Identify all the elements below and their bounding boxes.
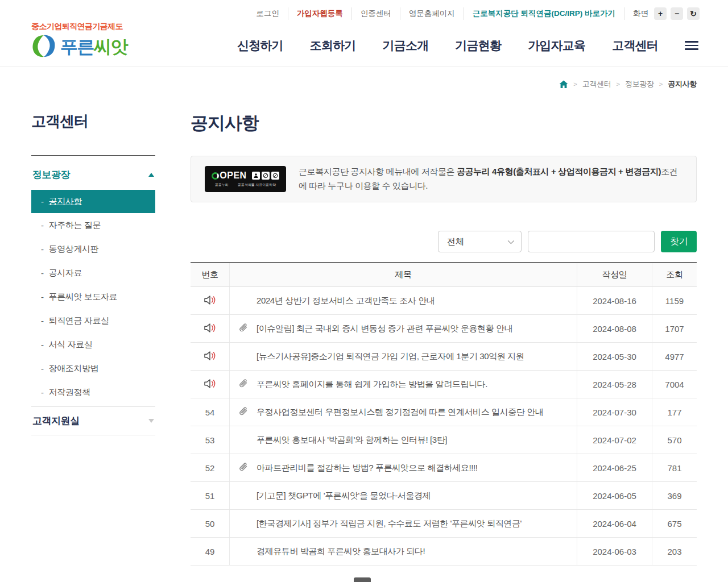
sidebar-item[interactable]: - 장애조치방법 xyxy=(31,356,155,380)
notice-date: 2024-05-28 xyxy=(577,371,652,398)
kogl-no-derivative-icon xyxy=(271,172,279,180)
kogl-open-license-logo: OPEN 공공누리 공공저작물 자유이용허락 xyxy=(205,166,286,192)
sidebar-item[interactable]: - 공지사항 xyxy=(31,190,155,213)
chevron-up-icon xyxy=(148,173,154,177)
breadcrumb-item[interactable]: 정보광장 xyxy=(625,79,654,89)
main-nav: 신청하기 조회하기 기금소개 기금현황 가입자교육 고객센터 xyxy=(237,38,698,53)
notice-title[interactable]: 푸른씨앗 홍보대사 '박곰희'와 함께하는 인터뷰! [3탄] xyxy=(257,435,447,446)
notice-date: 2024-06-04 xyxy=(577,510,652,537)
sidebar-title: 고객센터 xyxy=(31,111,155,131)
zoom-in-button[interactable]: + xyxy=(654,7,667,20)
home-icon[interactable] xyxy=(559,80,568,89)
sidebar-section-label: 고객지원실 xyxy=(32,414,80,427)
logo-name: 푸른씨앗 xyxy=(60,35,127,59)
utility-link[interactable]: 인증센터 xyxy=(351,7,400,20)
search-input[interactable] xyxy=(528,231,655,252)
notice-title[interactable]: 아파트관리비를 절감하는 방법? 푸른씨앗으로 해결하세요!!!! xyxy=(257,463,477,473)
hamburger-menu-icon[interactable] xyxy=(685,41,698,50)
table-row[interactable]: 52 아파트관리비를 절감하는 방법? 푸른씨앗으로 해결하세요!!!! xyxy=(191,454,697,482)
notice-date: 2024-07-02 xyxy=(577,426,652,454)
site-logo[interactable]: 중소기업퇴직연금기금제도 푸른씨앗 xyxy=(31,22,127,60)
table-header: 번호 제목 작성일 조회 xyxy=(191,263,697,287)
table-row[interactable]: 53 푸른씨앗 홍보대사 '박곰희'와 함께하는 인터뷰! [3탄] 2024-… xyxy=(191,426,697,454)
utility-link[interactable]: 영문홈페이지 xyxy=(400,7,464,20)
notice-title[interactable]: 우정사업정보센터 우편정보시스템 정기점검에 따른 연계서비스 일시중단 안내 xyxy=(257,407,543,418)
search-button[interactable]: 찾기 xyxy=(661,231,697,252)
utility-link[interactable]: 가입자웹등록 xyxy=(288,7,351,20)
screen-zoom-controls: 화면 + − ↻ xyxy=(624,7,700,20)
utility-link[interactable]: 근로복지공단 퇴직연금(DC/IRP) 바로가기 xyxy=(464,7,624,20)
table-row[interactable]: 50 [한국경제기사] 정부가 적립금 지원, 수수료도 저렴한 '푸른씨앗 퇴… xyxy=(191,510,697,538)
table-row[interactable]: 54 우정사업정보센터 우편정보시스템 정기점검에 따른 연계서비스 일시중단 … xyxy=(191,398,697,426)
sidebar-item[interactable]: - 서식 자료실 xyxy=(31,332,155,356)
column-header-title: 제목 xyxy=(229,263,577,286)
screen-zoom-label: 화면 xyxy=(633,9,648,19)
notice-views: 1707 xyxy=(652,315,697,342)
sidebar-menu: - 공지사항 - 자주하는 질문 - 동영상게시판 - 공시자료 - 푸른씨앗 … xyxy=(31,190,155,404)
nav-item[interactable]: 기금현황 xyxy=(455,38,501,53)
nav-item[interactable]: 고객센터 xyxy=(612,38,658,53)
table-row[interactable]: [이슈알림] 최근 국내외 증시 변동성 증가 관련 푸른씨앗 운용현황 안내 … xyxy=(191,315,697,343)
breadcrumb: > 고객센터 > 정보광장 > 공지사항 xyxy=(559,79,697,89)
table-row[interactable]: 2024년 상반기 정보서비스 고객만족도 조사 안내 2024-08-16 1… xyxy=(191,287,697,315)
nav-item[interactable]: 가입자교육 xyxy=(528,38,585,53)
breadcrumb-item[interactable]: 공지사항 xyxy=(668,79,697,89)
notice-speaker-icon xyxy=(204,351,217,363)
notice-title[interactable]: 경제유튜버 박곰희 푸른씨앗 홍보대사가 되다! xyxy=(257,546,425,557)
utility-bar: 로그인 가입자웹등록 인증센터 영문홈페이지 근로복지공단 퇴직연금(DC/IR… xyxy=(247,7,700,20)
table-row[interactable]: 푸른씨앗 홈페이지를 통해 쉽게 가입하는 방법을 알려드립니다. 2024-0… xyxy=(191,371,697,398)
sidebar-item[interactable]: - 자주하는 질문 xyxy=(31,213,155,237)
sidebar-item-label: 퇴직연금 자료실 xyxy=(49,315,109,326)
nav-item[interactable]: 신청하기 xyxy=(237,38,283,53)
search-category-value: 전체 xyxy=(447,236,464,247)
sidebar-item[interactable]: - 저작권정책 xyxy=(31,380,155,404)
table-row[interactable]: 51 [기고문] 챗GPT에 '푸른씨앗'을 물었다-서울경제 2024-06-… xyxy=(191,482,697,510)
notice-views: 203 xyxy=(652,538,697,565)
kogl-caption: 공공저작물 자유이용허락 xyxy=(238,182,276,188)
sidebar-section-info-plaza[interactable]: 정보광장 xyxy=(31,168,155,181)
sidebar-divider xyxy=(31,155,155,156)
zoom-out-button[interactable]: − xyxy=(671,7,683,20)
nav-item[interactable]: 조회하기 xyxy=(310,38,356,53)
zoom-reset-button[interactable]: ↻ xyxy=(687,7,700,20)
nav-item[interactable]: 기금소개 xyxy=(383,38,429,53)
sidebar-item[interactable]: - 퇴직연금 자료실 xyxy=(31,309,155,332)
table-row[interactable]: 49 경제유튜버 박곰희 푸른씨앗 홍보대사가 되다! 2024-06-03 2… xyxy=(191,538,697,566)
column-header-views: 조회 xyxy=(652,263,697,286)
row-number: 51 xyxy=(205,491,215,501)
breadcrumb-item[interactable]: 고객센터 xyxy=(582,79,611,89)
sidebar-item-dash: - xyxy=(41,244,44,254)
sidebar-section-support[interactable]: 고객지원실 xyxy=(31,407,155,435)
notice-views: 7004 xyxy=(652,371,697,398)
sidebar-item-label: 동영상게시판 xyxy=(49,244,99,255)
chevron-down-icon xyxy=(508,238,514,244)
table-row[interactable]: [뉴스기사공유]중소기업 퇴직연금 가입 기업, 근로자에 1분기 30억원 지… xyxy=(191,343,697,371)
sidebar-item[interactable]: - 동영상게시판 xyxy=(31,237,155,261)
notice-title[interactable]: [뉴스기사공유]중소기업 퇴직연금 가입 기업, 근로자에 1분기 30억원 지… xyxy=(257,351,524,362)
site-header: 로그인 가입자웹등록 인증센터 영문홈페이지 근로복지공단 퇴직연금(DC/IR… xyxy=(0,0,728,67)
breadcrumb-separator: > xyxy=(573,81,577,88)
main-content: 공지사항 OPEN 공공누리 공공저작물 자유이용허락 근로복지공단 공지사항 … xyxy=(191,111,697,566)
open-o-icon xyxy=(212,172,219,180)
utility-link[interactable]: 로그인 xyxy=(247,7,288,20)
sidebar-item-label: 공지사항 xyxy=(49,196,82,207)
sidebar-item-label: 서식 자료실 xyxy=(49,339,93,350)
notice-title[interactable]: 2024년 상반기 정보서비스 고객만족도 조사 안내 xyxy=(257,296,435,306)
sidebar-item[interactable]: - 공시자료 xyxy=(31,261,155,285)
notice-views: 675 xyxy=(652,510,697,537)
notice-views: 4977 xyxy=(652,343,697,370)
notice-title[interactable]: [기고문] 챗GPT에 '푸른씨앗'을 물었다-서울경제 xyxy=(257,490,431,501)
kogl-attribution-icon xyxy=(252,172,260,180)
attachment-paperclip-icon xyxy=(238,462,248,475)
notice-speaker-icon xyxy=(204,379,217,390)
row-number: 52 xyxy=(205,463,215,473)
notice-date: 2024-06-25 xyxy=(577,454,652,481)
sidebar-item[interactable]: - 푸른씨앗 보도자료 xyxy=(31,285,155,309)
pagination-partial[interactable] xyxy=(354,577,371,582)
search-category-select[interactable]: 전체 xyxy=(438,231,522,252)
notice-title[interactable]: [이슈알림] 최근 국내외 증시 변동성 증가 관련 푸른씨앗 운용현황 안내 xyxy=(257,323,512,334)
notice-title[interactable]: 푸른씨앗 홈페이지를 통해 쉽게 가입하는 방법을 알려드립니다. xyxy=(257,379,487,390)
column-header-no: 번호 xyxy=(191,263,229,286)
notice-title[interactable]: [한국경제기사] 정부가 적립금 지원, 수수료도 저렴한 '푸른씨앗 퇴직연금… xyxy=(257,518,522,529)
notice-speaker-icon xyxy=(204,323,217,335)
